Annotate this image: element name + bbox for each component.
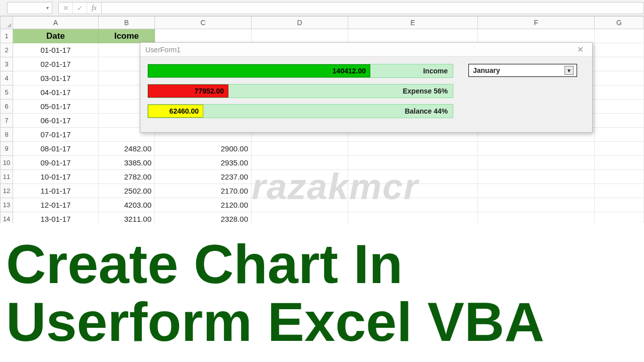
- cell-A2[interactable]: 01-01-17: [13, 43, 99, 57]
- cell-B9[interactable]: 2482.00: [99, 142, 155, 156]
- column-header-E[interactable]: E: [348, 16, 478, 29]
- cell-D10[interactable]: [252, 156, 348, 170]
- formula-input[interactable]: [102, 2, 644, 14]
- month-dropdown[interactable]: January ▼: [468, 64, 577, 77]
- cell-G4[interactable]: [595, 71, 644, 85]
- row-header[interactable]: 4: [0, 71, 13, 85]
- row-header[interactable]: 13: [0, 198, 13, 212]
- userform-body: 140412.00 Income 77952.00 Expense 56% 62…: [140, 57, 592, 118]
- cell-E13[interactable]: [348, 198, 478, 212]
- cell-A12[interactable]: 11-01-17: [13, 184, 99, 198]
- cell-A4[interactable]: 03-01-17: [13, 71, 99, 85]
- cell-F13[interactable]: [478, 198, 595, 212]
- cell-G5[interactable]: [595, 85, 644, 100]
- cell-G11[interactable]: [595, 170, 644, 184]
- cell-A1[interactable]: Date: [13, 29, 99, 43]
- cell-E9[interactable]: [348, 142, 478, 156]
- row-header[interactable]: 11: [0, 170, 13, 184]
- row-header[interactable]: 8: [0, 128, 13, 142]
- cell-F10[interactable]: [478, 156, 595, 170]
- expense-bar-track: 77952.00 Expense 56%: [147, 84, 453, 98]
- column-header-A[interactable]: A: [13, 16, 99, 29]
- cell-F9[interactable]: [478, 142, 595, 156]
- close-button[interactable]: ✕: [573, 45, 587, 54]
- select-all-corner[interactable]: [0, 16, 13, 29]
- cell-C11[interactable]: 2237.00: [155, 170, 252, 184]
- cell-A8[interactable]: 07-01-17: [13, 128, 99, 142]
- row-header[interactable]: 6: [0, 100, 13, 114]
- chevron-down-icon: ▾: [46, 5, 49, 11]
- column-header-D[interactable]: D: [252, 16, 348, 29]
- x-icon: ✕: [63, 4, 69, 12]
- row-header[interactable]: 10: [0, 156, 13, 170]
- cell-E11[interactable]: [348, 170, 478, 184]
- table-row: 12 11-01-17 2502.00 2170.00: [0, 184, 644, 198]
- cell-D13[interactable]: [252, 198, 348, 212]
- column-header-F[interactable]: F: [478, 16, 595, 29]
- name-box[interactable]: ▾: [7, 2, 52, 14]
- table-row: 13 12-01-17 4203.00 2120.00: [0, 198, 644, 212]
- cell-E1[interactable]: [348, 29, 478, 43]
- cell-B13[interactable]: 4203.00: [99, 198, 155, 212]
- cell-B1[interactable]: Icome: [99, 29, 155, 43]
- cell-D11[interactable]: [252, 170, 348, 184]
- fx-icon: fx: [92, 4, 97, 12]
- cell-C13[interactable]: 2120.00: [155, 198, 252, 212]
- row-header[interactable]: 7: [0, 114, 13, 128]
- cell-F12[interactable]: [478, 184, 595, 198]
- cell-C10[interactable]: 2935.00: [155, 156, 252, 170]
- cell-A7[interactable]: 06-01-17: [13, 114, 99, 128]
- cell-G3[interactable]: [595, 57, 644, 71]
- cell-F11[interactable]: [478, 170, 595, 184]
- cell-G2[interactable]: [595, 43, 644, 57]
- cell-D9[interactable]: [252, 142, 348, 156]
- cell-C9[interactable]: 2900.00: [155, 142, 252, 156]
- formula-bar-buttons: ✕ ✓ fx: [58, 2, 102, 14]
- cell-F1[interactable]: [478, 29, 595, 43]
- column-header-G[interactable]: G: [595, 16, 644, 29]
- cell-G13[interactable]: [595, 198, 644, 212]
- overlay-title: Create Chart In Userform Excel VBA: [0, 235, 644, 351]
- cell-D1[interactable]: [252, 29, 348, 43]
- cell-C1[interactable]: [155, 29, 252, 43]
- userform-title: UserForm1: [145, 46, 181, 54]
- cell-G10[interactable]: [595, 156, 644, 170]
- row-header[interactable]: 9: [0, 142, 13, 156]
- cell-G12[interactable]: [595, 184, 644, 198]
- cell-E10[interactable]: [348, 156, 478, 170]
- table-row: 9 08-01-17 2482.00 2900.00: [0, 142, 644, 156]
- cancel-formula-button[interactable]: ✕: [59, 3, 73, 14]
- formula-bar: ▾ ✕ ✓ fx: [0, 0, 644, 16]
- income-value: 140412.00: [333, 67, 366, 75]
- cell-A10[interactable]: 09-01-17: [13, 156, 99, 170]
- cell-B11[interactable]: 2782.00: [99, 170, 155, 184]
- confirm-formula-button[interactable]: ✓: [73, 3, 87, 14]
- cell-A3[interactable]: 02-01-17: [13, 57, 99, 71]
- cell-B12[interactable]: 2502.00: [99, 184, 155, 198]
- insert-function-button[interactable]: fx: [87, 3, 101, 14]
- cell-A6[interactable]: 05-01-17: [13, 100, 99, 114]
- cell-G7[interactable]: [595, 114, 644, 128]
- cell-E12[interactable]: [348, 184, 478, 198]
- cell-C12[interactable]: 2170.00: [155, 184, 252, 198]
- overlay-title-panel: Create Chart In Userform Excel VBA: [0, 223, 644, 362]
- row-header[interactable]: 1: [0, 29, 13, 43]
- row-header[interactable]: 12: [0, 184, 13, 198]
- row-header[interactable]: 2: [0, 43, 13, 57]
- row-header[interactable]: 3: [0, 57, 13, 71]
- column-header-C[interactable]: C: [155, 16, 252, 29]
- cell-A9[interactable]: 08-01-17: [13, 142, 99, 156]
- row-header[interactable]: 5: [0, 85, 13, 100]
- balance-value: 62460.00: [170, 107, 199, 115]
- cell-G9[interactable]: [595, 142, 644, 156]
- column-header-B[interactable]: B: [99, 16, 155, 29]
- cell-G1[interactable]: [595, 29, 644, 43]
- cell-A11[interactable]: 10-01-17: [13, 170, 99, 184]
- cell-G8[interactable]: [595, 128, 644, 142]
- cell-B10[interactable]: 3385.00: [99, 156, 155, 170]
- cell-A13[interactable]: 12-01-17: [13, 198, 99, 212]
- userform-titlebar[interactable]: UserForm1 ✕: [140, 43, 592, 57]
- cell-D12[interactable]: [252, 184, 348, 198]
- cell-G6[interactable]: [595, 100, 644, 114]
- cell-A5[interactable]: 04-01-17: [13, 85, 99, 100]
